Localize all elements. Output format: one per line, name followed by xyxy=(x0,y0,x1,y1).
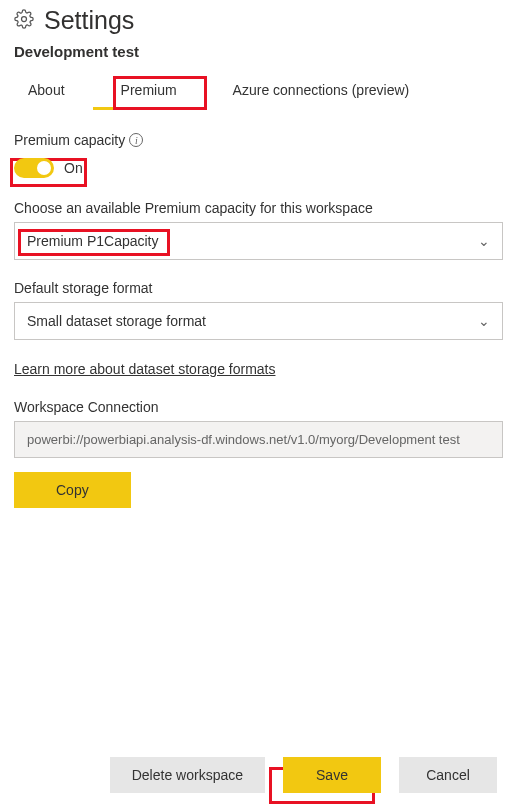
storage-format-select[interactable]: Small dataset storage format ⌄ xyxy=(14,302,503,340)
gear-icon xyxy=(14,9,34,33)
workspace-connection-input[interactable]: powerbi://powerbiapi.analysis-df.windows… xyxy=(14,421,503,458)
delete-workspace-button[interactable]: Delete workspace xyxy=(110,757,265,793)
learn-more-link[interactable]: Learn more about dataset storage formats xyxy=(14,361,275,377)
cancel-button[interactable]: Cancel xyxy=(399,757,497,793)
choose-capacity-label: Choose an available Premium capacity for… xyxy=(14,200,503,216)
chevron-down-icon: ⌄ xyxy=(478,313,490,329)
premium-toggle[interactable] xyxy=(14,158,54,178)
chevron-down-icon: ⌄ xyxy=(478,233,490,249)
settings-header: Settings xyxy=(0,0,517,37)
toggle-state-label: On xyxy=(64,160,83,176)
tab-about[interactable]: About xyxy=(14,72,93,108)
save-button[interactable]: Save xyxy=(283,757,381,793)
premium-capacity-label: Premium capacity i xyxy=(14,132,503,148)
tab-premium[interactable]: Premium xyxy=(93,72,205,108)
toggle-knob xyxy=(37,161,51,175)
workspace-name: Development test xyxy=(0,37,517,64)
content: Premium capacity i On Choose an availabl… xyxy=(0,108,517,508)
footer: Delete workspace Save Cancel xyxy=(0,743,517,807)
capacity-select-value: Premium P1Capacity xyxy=(27,233,159,249)
svg-point-0 xyxy=(22,16,27,21)
info-icon[interactable]: i xyxy=(129,133,143,147)
tabs: About Premium Azure connections (preview… xyxy=(0,72,517,108)
storage-format-value: Small dataset storage format xyxy=(27,313,206,329)
workspace-connection-label: Workspace Connection xyxy=(14,399,503,415)
page-title: Settings xyxy=(44,6,134,35)
toggle-row: On xyxy=(14,158,503,178)
capacity-select[interactable]: Premium P1Capacity ⌄ xyxy=(14,222,503,260)
copy-button[interactable]: Copy xyxy=(14,472,131,508)
premium-capacity-label-text: Premium capacity xyxy=(14,132,125,148)
tab-azure[interactable]: Azure connections (preview) xyxy=(205,72,438,108)
storage-format-label: Default storage format xyxy=(14,280,503,296)
